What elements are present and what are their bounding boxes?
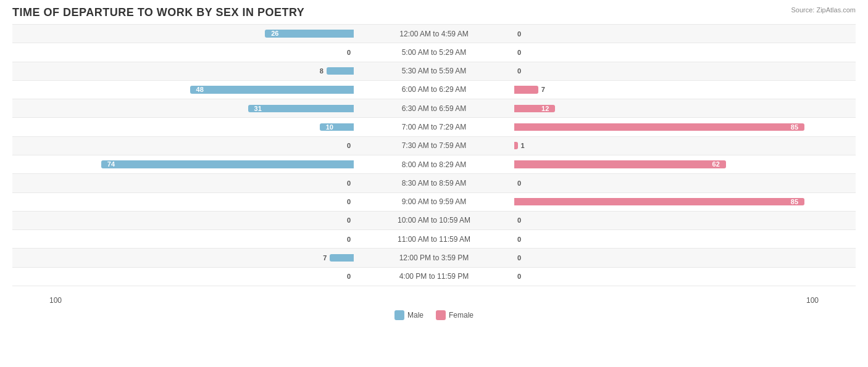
female-bar: 85	[514, 123, 804, 131]
female-side: 0	[514, 270, 856, 282]
bar-row: 8 5:30 AM to 5:59 AM 0	[12, 62, 856, 80]
rows-container: 26 12:00 AM to 4:59 AM 0 0 5:00 AM to 5	[12, 24, 856, 286]
time-label: 7:30 AM to 7:59 AM	[354, 141, 514, 150]
female-value-label: 0	[517, 236, 533, 243]
male-side: 0	[12, 233, 354, 245]
male-value-label: 0	[335, 179, 351, 187]
time-label: 5:30 AM to 5:59 AM	[354, 67, 514, 75]
bar-row: 7 12:00 PM to 3:59 PM 0	[12, 248, 856, 266]
time-label: 6:30 AM to 6:59 AM	[354, 104, 514, 113]
male-value-label: 48	[193, 86, 207, 93]
male-value-label: 10	[323, 123, 336, 131]
time-label: 11:00 AM to 11:59 AM	[354, 235, 514, 244]
time-label: 8:00 AM to 8:29 AM	[354, 160, 514, 169]
legend-male: Male	[394, 310, 424, 320]
female-value-label: 12	[538, 105, 552, 112]
male-value-label: 26	[268, 30, 282, 37]
male-value-label: 31	[251, 105, 265, 112]
bar-row: 26 12:00 AM to 4:59 AM 0	[12, 24, 856, 43]
male-value-label: 0	[335, 49, 351, 56]
male-side: 7	[12, 252, 354, 264]
bar-row: 48 6:00 AM to 6:29 AM 7	[12, 80, 856, 99]
male-value-label: 7	[311, 254, 327, 262]
legend-female-label: Female	[449, 311, 474, 320]
bar-row-inner: 0 7:30 AM to 7:59 AM 1	[12, 139, 856, 152]
male-value-label: 0	[335, 142, 351, 149]
male-value-label: 0	[335, 198, 351, 205]
bar-row-inner: 74 8:00 AM to 8:29 AM 62	[12, 158, 856, 170]
male-side: 10	[12, 121, 354, 133]
male-bar	[330, 254, 354, 262]
female-side: 85	[514, 196, 856, 208]
female-side: 85	[514, 121, 856, 133]
legend-female: Female	[436, 310, 474, 320]
male-bar: 31	[248, 105, 354, 112]
time-label: 4:00 PM to 11:59 PM	[354, 272, 514, 281]
female-side: 0	[514, 214, 856, 226]
bar-row-inner: 48 6:00 AM to 6:29 AM 7	[12, 83, 856, 96]
female-value-label: 0	[517, 216, 533, 224]
female-bar: 85	[514, 198, 804, 205]
male-value-label: 74	[104, 160, 118, 168]
female-bar: 12	[514, 105, 555, 112]
female-value-label: 0	[517, 179, 533, 187]
time-label: 12:00 PM to 3:59 PM	[354, 254, 514, 262]
bar-row-inner: 0 4:00 PM to 11:59 PM 0	[12, 270, 856, 282]
female-value-label: 0	[517, 273, 533, 280]
axis-labels: 100 100	[49, 296, 819, 305]
male-side: 0	[12, 214, 354, 226]
female-value-label: 0	[517, 49, 533, 56]
bar-row: 0 4:00 PM to 11:59 PM 0	[12, 267, 856, 286]
time-label: 12:00 AM to 4:59 AM	[354, 30, 514, 38]
legend: Male Female	[394, 310, 474, 320]
male-bar	[327, 67, 354, 75]
legend-male-label: Male	[407, 311, 424, 320]
female-value-label: 0	[517, 67, 533, 75]
female-value-label: 85	[788, 198, 801, 205]
legend-male-box	[394, 310, 404, 320]
male-bar: 74	[101, 160, 354, 168]
bar-row: 0 11:00 AM to 11:59 AM 0	[12, 229, 856, 248]
female-value-label: 1	[521, 142, 536, 149]
male-side: 0	[12, 270, 354, 282]
bar-row: 0 9:00 AM to 9:59 AM 85	[12, 192, 856, 211]
male-bar: 10	[320, 123, 354, 131]
female-value-label: 7	[541, 86, 557, 93]
time-label: 8:30 AM to 8:59 AM	[354, 179, 514, 188]
bar-row-inner: 26 12:00 AM to 4:59 AM 0	[12, 27, 856, 39]
bar-row-inner: 0 9:00 AM to 9:59 AM 85	[12, 196, 856, 208]
male-side: 0	[12, 196, 354, 208]
bar-row-inner: 10 7:00 AM to 7:29 AM 85	[12, 121, 856, 133]
female-side: 7	[514, 83, 856, 96]
male-side: 0	[12, 177, 354, 189]
female-side: 0	[514, 27, 856, 39]
female-value-label: 85	[788, 123, 801, 131]
bar-row: 0 5:00 AM to 5:29 AM 0	[12, 43, 856, 61]
bar-row-inner: 0 11:00 AM to 11:59 AM 0	[12, 233, 856, 245]
male-bar: 26	[265, 30, 354, 37]
axis-left: 100	[49, 296, 62, 305]
chart-title: TIME OF DEPARTURE TO WORK BY SEX IN POET…	[12, 6, 856, 19]
female-value-label: 0	[517, 254, 533, 262]
chart-area: 26 12:00 AM to 4:59 AM 0 0 5:00 AM to 5	[12, 24, 856, 323]
time-label: 5:00 AM to 5:29 AM	[354, 48, 514, 57]
female-side: 0	[514, 65, 856, 77]
source-text: Source: ZipAtlas.com	[791, 6, 856, 14]
female-side: 0	[514, 46, 856, 59]
bar-row-inner: 8 5:30 AM to 5:59 AM 0	[12, 65, 856, 77]
time-label: 10:00 AM to 10:59 AM	[354, 216, 514, 225]
bar-row: 0 7:30 AM to 7:59 AM 1	[12, 136, 856, 155]
female-side: 1	[514, 139, 856, 152]
axis-right: 100	[806, 296, 819, 305]
bar-row: 0 10:00 AM to 10:59 AM 0	[12, 211, 856, 229]
female-side: 0	[514, 233, 856, 245]
female-side: 62	[514, 158, 856, 170]
male-side: 31	[12, 102, 354, 115]
male-value-label: 0	[335, 273, 351, 280]
female-side: 0	[514, 177, 856, 189]
time-label: 9:00 AM to 9:59 AM	[354, 197, 514, 206]
chart-container: TIME OF DEPARTURE TO WORK BY SEX IN POET…	[0, 0, 868, 367]
female-value-label: 0	[517, 30, 533, 38]
female-bar	[514, 86, 538, 93]
bar-row: 10 7:00 AM to 7:29 AM 85	[12, 117, 856, 136]
